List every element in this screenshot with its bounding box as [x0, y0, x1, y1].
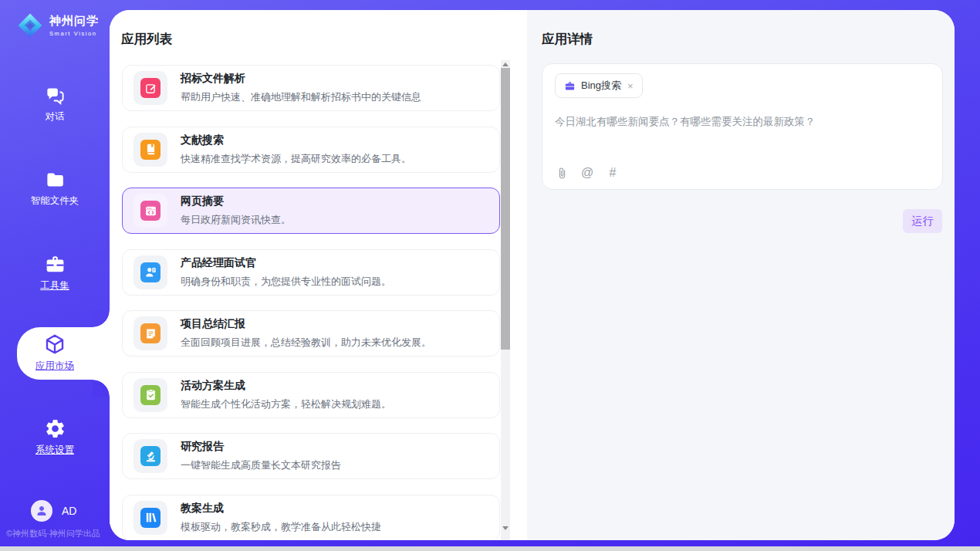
scrollbar-track[interactable] [501, 60, 510, 540]
app-icon-box [133, 71, 167, 105]
window-bottom-edge [0, 546, 980, 551]
app-name: 产品经理面试官 [181, 256, 391, 270]
topic-button[interactable]: # [606, 164, 620, 181]
brand-subtitle: Smart Vision [49, 30, 99, 37]
sidebar-item-settings[interactable]: 系统设置 [0, 417, 110, 457]
attachment-button[interactable] [555, 164, 569, 181]
gear-icon [0, 417, 110, 440]
sidebar-item-app-market[interactable]: 应用市场 [0, 333, 110, 373]
app-name: 研究报告 [181, 440, 341, 454]
app-texts: 教案生成模板驱动，教案秒成，教学准备从此轻松快捷 [181, 502, 381, 534]
briefcase-icon [564, 80, 576, 92]
toolbox-icon [0, 253, 110, 276]
clipboard-check-icon [140, 385, 161, 405]
app-detail-title: 应用详情 [542, 31, 593, 48]
app-card[interactable]: 研究报告一键智能生成高质量长文本研究报告 [122, 433, 500, 479]
main-window: 应用列表 招标文件解析帮助用户快速、准确地理解和解析招标书中的关键信息文献搜索快… [110, 10, 955, 540]
app-name: 网页摘要 [181, 194, 291, 208]
app-name: 活动方案生成 [181, 379, 391, 393]
app-icon-box [133, 194, 167, 228]
at-icon: @ [581, 166, 593, 180]
sidebar-item-label: 系统设置 [0, 444, 110, 457]
brand-diamond-icon [15, 11, 45, 40]
chat-icon [0, 86, 110, 106]
app-description: 智能生成个性化活动方案，轻松解决规划难题。 [181, 397, 391, 411]
sidebar-item-label: 智能文件夹 [0, 194, 110, 208]
sidebar-item-chat[interactable]: 对话 [0, 86, 110, 123]
app-name: 招标文件解析 [181, 72, 421, 86]
note-icon [140, 323, 161, 343]
input-toolbar: @ # [555, 164, 620, 181]
app-name: 教案生成 [181, 502, 381, 516]
app-description: 快速精准查找学术资源，提高研究效率的必备工具。 [181, 152, 411, 166]
app-card[interactable]: 项目总结汇报全面回顾项目进展，总结经验教训，助力未来优化发展。 [122, 310, 500, 357]
avatar [31, 500, 52, 522]
brand-logo: 神州问学 Smart Vision [15, 11, 99, 40]
sidebar-item-label: 对话 [0, 110, 110, 123]
hash-icon: # [610, 166, 617, 180]
app-icon-box [133, 378, 167, 412]
brand-name: 神州问学 [49, 14, 99, 29]
scrollbar-thumb[interactable] [501, 68, 510, 350]
book-icon [140, 140, 161, 160]
app-name: 文献搜索 [181, 134, 411, 147]
app-card[interactable]: 网页摘要每日政府新闻资讯快查。 [122, 188, 500, 234]
mention-button[interactable]: @ [580, 164, 594, 181]
app-card[interactable]: 教案生成模板驱动，教案秒成，教学准备从此轻松快捷 [122, 495, 500, 541]
app-icon-box [133, 316, 167, 350]
scrollbar-up-icon[interactable] [502, 63, 509, 66]
folder-icon [0, 170, 110, 191]
app-icon-box [133, 439, 167, 473]
app-card[interactable]: 文献搜索快速精准查找学术资源，提高研究效率的必备工具。 [122, 127, 500, 173]
cube-icon [0, 333, 110, 356]
app-description: 每日政府新闻资讯快查。 [181, 213, 291, 227]
edit-square-icon [140, 78, 161, 98]
app-texts: 项目总结汇报全面回顾项目进展，总结经验教训，助力未来优化发展。 [181, 317, 431, 350]
app-texts: 活动方案生成智能生成个性化活动方案，轻松解决规划难题。 [181, 379, 391, 411]
scrollbar-down-icon[interactable] [502, 526, 509, 530]
sidebar-item-toolset[interactable]: 工具集 [0, 253, 110, 292]
close-icon[interactable]: × [627, 81, 634, 91]
app-description: 模板驱动，教案秒成，教学准备从此轻松快捷 [181, 520, 381, 534]
app-card[interactable]: 活动方案生成智能生成个性化活动方案，轻松解决规划难题。 [122, 372, 500, 418]
app-description: 全面回顾项目进展，总结经验教训，助力未来优化发展。 [181, 336, 431, 350]
user-initials: AD [62, 505, 76, 517]
query-input[interactable]: Bing搜索 × 今日湖北有哪些新闻要点？有哪些需要关注的最新政策？ @ # [542, 63, 943, 190]
tool-tag-label: Bing搜索 [581, 79, 621, 93]
interviewer-icon [140, 262, 161, 282]
tool-tag-bing[interactable]: Bing搜索 × [555, 73, 643, 98]
app-texts: 产品经理面试官明确身份和职责，为您提供专业性的面试问题。 [181, 256, 391, 289]
sidebar-item-label: 应用市场 [0, 360, 110, 373]
app-card[interactable]: 招标文件解析帮助用户快速、准确地理解和解析招标书中的关键信息 [122, 65, 500, 111]
app-texts: 网页摘要每日政府新闻资讯快查。 [181, 194, 291, 227]
app-list-panel: 应用列表 招标文件解析帮助用户快速、准确地理解和解析招标书中的关键信息文献搜索快… [110, 10, 527, 540]
books-icon [140, 508, 161, 528]
app-texts: 研究报告一键智能生成高质量长文本研究报告 [181, 440, 341, 472]
sidebar-item-label: 工具集 [0, 279, 110, 292]
app-icon-box [133, 255, 167, 289]
app-description: 帮助用户快速、准确地理解和解析招标书中的关键信息 [181, 90, 421, 104]
app-texts: 招标文件解析帮助用户快速、准确地理解和解析招标书中的关键信息 [181, 72, 421, 104]
app-description: 一键智能生成高质量长文本研究报告 [181, 458, 341, 472]
app-card[interactable]: 产品经理面试官明确身份和职责，为您提供专业性的面试问题。 [122, 249, 500, 296]
app-card-list: 招标文件解析帮助用户快速、准确地理解和解析招标书中的关键信息文献搜索快速精准查找… [122, 65, 500, 540]
app-description: 明确身份和职责，为您提供专业性的面试问题。 [181, 275, 391, 289]
app-detail-panel: 应用详情 Bing搜索 × 今日湖北有哪些新闻要点？有哪些需要关注的最新政策？ [527, 10, 955, 540]
app-icon-box [133, 501, 167, 535]
sidebar-item-smart-folder[interactable]: 智能文件夹 [0, 170, 110, 208]
app-list-title: 应用列表 [121, 31, 172, 48]
run-button[interactable]: 运行 [903, 209, 942, 233]
paperclip-icon [556, 166, 568, 181]
microscope-icon [140, 446, 161, 466]
app-name: 项目总结汇报 [181, 317, 431, 331]
copyright-footer: ©神州数码·神州问学出品 [6, 528, 110, 539]
app-texts: 文献搜索快速精准查找学术资源，提高研究效率的必备工具。 [181, 134, 411, 166]
browser-code-icon [140, 201, 161, 221]
query-text[interactable]: 今日湖北有哪些新闻要点？有哪些需要关注的最新政策？ [555, 115, 925, 129]
user-account[interactable]: AD [31, 500, 76, 522]
sidebar: 神州问学 Smart Vision 对话 智能文件夹 工具集 [0, 0, 110, 551]
app-icon-box [133, 133, 167, 167]
